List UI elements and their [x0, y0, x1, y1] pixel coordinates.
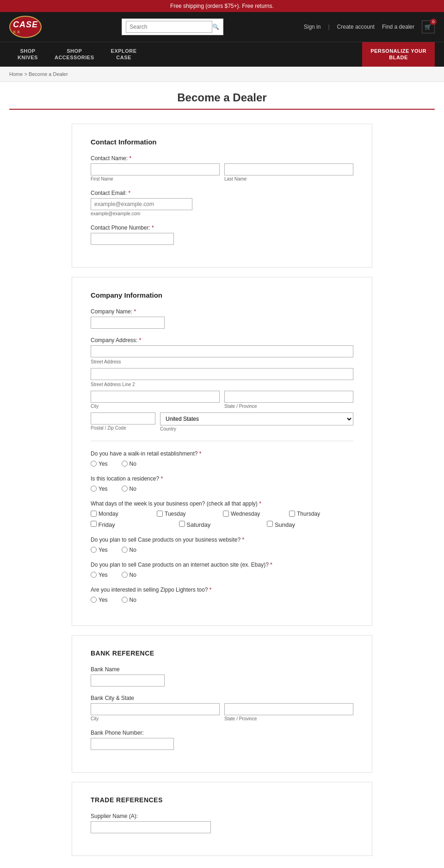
city-col: City	[91, 391, 220, 409]
banner-text: Free shipping (orders $75+). Free return…	[170, 3, 274, 9]
sunday-checkbox[interactable]	[267, 521, 273, 527]
auction-group: Do you plan to sell Case products on an …	[91, 562, 353, 578]
residence-radio-group: Yes No	[91, 486, 353, 492]
residence-group: Is this location a residence? * Yes No	[91, 475, 353, 492]
days-checkboxes-row1: Monday Tuesday Wednesday Thursday	[91, 511, 353, 517]
retail-group: Do you have a walk-in retail establishme…	[91, 450, 353, 467]
zippo-no[interactable]: No	[122, 597, 136, 603]
country-select[interactable]: United States	[160, 412, 353, 425]
breadcrumb-home[interactable]: Home	[9, 71, 23, 77]
supplier-a-input[interactable]	[91, 821, 211, 833]
nav-shop-knives[interactable]: SHOPKNIVES	[9, 42, 46, 67]
retail-no[interactable]: No	[122, 461, 136, 467]
residence-yes[interactable]: Yes	[91, 486, 108, 492]
days-checkboxes-row2: Friday Saturday Sunday	[91, 521, 353, 528]
auction-no-radio[interactable]	[122, 572, 128, 578]
day-tuesday[interactable]: Tuesday	[157, 511, 221, 517]
first-name-input[interactable]	[91, 163, 220, 175]
breadcrumb-separator: >	[24, 71, 28, 77]
bank-name-label: Bank Name	[91, 666, 353, 673]
zippo-yes[interactable]: Yes	[91, 597, 108, 603]
street-address-input[interactable]	[91, 345, 353, 357]
thursday-checkbox[interactable]	[289, 511, 295, 517]
day-thursday[interactable]: Thursday	[289, 511, 353, 517]
day-friday[interactable]: Friday	[91, 521, 177, 528]
zip-col: Postal / Zip Code	[91, 412, 155, 431]
bank-phone-input[interactable]	[91, 738, 174, 750]
contact-email-label: Contact Email: *	[91, 190, 353, 196]
bank-section-title: BANK REFERENCE	[91, 649, 353, 657]
website-no[interactable]: No	[122, 547, 136, 553]
bank-city-input[interactable]	[91, 703, 220, 715]
last-name-col: Last Name	[224, 163, 353, 181]
supplier-a-group: Supplier Name (A):	[91, 813, 353, 833]
website-question: Do you plan to sell Case products on you…	[91, 537, 353, 543]
street-address2-input[interactable]	[91, 368, 353, 380]
logo[interactable]: CASE XX	[9, 16, 42, 38]
monday-checkbox[interactable]	[91, 511, 97, 517]
retail-no-radio[interactable]	[122, 461, 128, 467]
contact-name-group: Contact Name: * First Name Last Name	[91, 155, 353, 181]
retail-yes[interactable]: Yes	[91, 461, 108, 467]
bank-name-group: Bank Name	[91, 666, 353, 687]
zippo-no-radio[interactable]	[122, 597, 128, 603]
auction-yes-radio[interactable]	[91, 572, 97, 578]
website-no-radio[interactable]	[122, 547, 128, 553]
nav-shop-accessories[interactable]: SHOPACCESSORIES	[46, 42, 103, 67]
city-input[interactable]	[91, 391, 220, 403]
page-title: Become a Dealer	[9, 91, 435, 110]
zippo-yes-radio[interactable]	[91, 597, 97, 603]
company-section-title: Company Information	[91, 291, 353, 299]
cart-symbol: 🛒	[425, 24, 432, 30]
retail-yes-radio[interactable]	[91, 461, 97, 467]
company-name-group: Company Name: *	[91, 308, 353, 329]
trade-section: TRADE REFERENCES Supplier Name (A):	[72, 782, 372, 856]
search-icon[interactable]: 🔍	[212, 24, 219, 30]
cart-icon[interactable]: 🛒 0	[422, 20, 435, 33]
day-saturday[interactable]: Saturday	[179, 521, 265, 528]
wednesday-checkbox[interactable]	[223, 511, 229, 517]
company-section: Company Information Company Name: * Comp…	[72, 277, 372, 626]
residence-yes-radio[interactable]	[91, 486, 97, 492]
retail-question: Do you have a walk-in retail establishme…	[91, 450, 353, 457]
residence-no-radio[interactable]	[122, 486, 128, 492]
website-yes[interactable]: Yes	[91, 547, 108, 553]
bank-name-input[interactable]	[91, 674, 165, 687]
auction-no[interactable]: No	[122, 572, 136, 578]
email-input[interactable]	[91, 198, 192, 210]
nav-explore-case[interactable]: EXPLORECASE	[103, 42, 145, 67]
auction-radio-group: Yes No	[91, 572, 353, 578]
day-monday[interactable]: Monday	[91, 511, 155, 517]
website-yes-radio[interactable]	[91, 547, 97, 553]
phone-input[interactable]	[91, 233, 174, 245]
contact-section: Contact Information Contact Name: * Firs…	[72, 124, 372, 268]
day-wednesday[interactable]: Wednesday	[223, 511, 287, 517]
company-name-input[interactable]	[91, 317, 165, 329]
auction-yes[interactable]: Yes	[91, 572, 108, 578]
last-name-input[interactable]	[224, 163, 353, 175]
top-banner: Free shipping (orders $75+). Free return…	[0, 0, 444, 12]
first-name-sub: First Name	[91, 176, 220, 181]
friday-checkbox[interactable]	[91, 521, 97, 527]
residence-no[interactable]: No	[122, 486, 136, 492]
country-col: United States Country	[160, 412, 353, 431]
zip-input[interactable]	[91, 412, 155, 425]
find-dealer-link[interactable]: Find a dealer	[382, 24, 414, 30]
street-sub: Street Address	[91, 359, 353, 364]
tuesday-checkbox[interactable]	[157, 511, 163, 517]
state-input[interactable]	[224, 391, 353, 403]
search-input[interactable]	[126, 21, 212, 33]
email-placeholder-hint: example@example.com	[91, 211, 353, 216]
bank-city-state-label: Bank City & State	[91, 695, 353, 701]
breadcrumb: Home > Become a Dealer	[0, 67, 444, 82]
contact-section-title: Contact Information	[91, 138, 353, 146]
search-wrap: 🔍	[122, 19, 223, 35]
saturday-checkbox[interactable]	[179, 521, 185, 527]
nav-personalize[interactable]: PERSONALIZE YOURBLADE	[362, 42, 435, 67]
sign-in-link[interactable]: Sign in	[304, 24, 321, 30]
create-account-link[interactable]: Create account	[337, 24, 375, 30]
day-sunday[interactable]: Sunday	[267, 521, 353, 528]
zippo-group: Are you interested in selling Zippo Ligh…	[91, 587, 353, 603]
bank-state-input[interactable]	[224, 703, 353, 715]
days-group: What days of the week is your business o…	[91, 500, 353, 528]
